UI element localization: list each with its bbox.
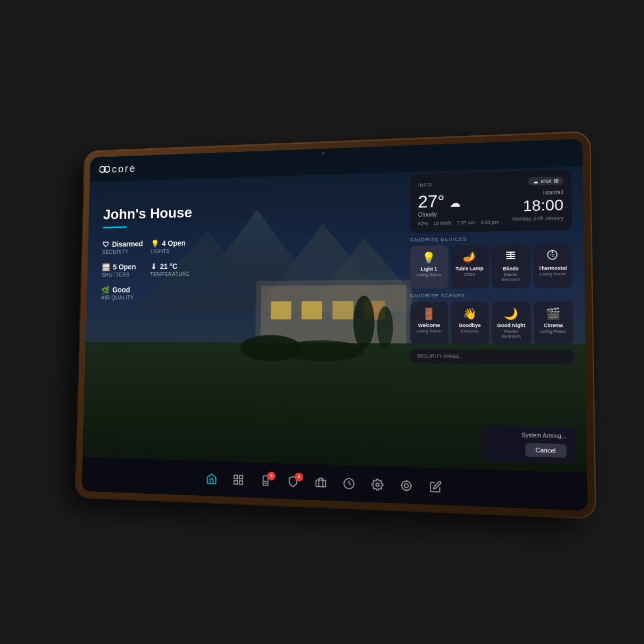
nav-media[interactable]: [315, 476, 327, 488]
svg-rect-7: [271, 301, 291, 319]
status-temperature: 🌡 21 °C TEMPERATURE: [150, 262, 192, 277]
info-label: INFO: [418, 182, 432, 188]
scenes-section-title: FAVORITE SCENES: [411, 292, 573, 298]
device-table-lamp[interactable]: 🪔 Table Lamp Office: [450, 245, 488, 289]
nav-security[interactable]: 2: [287, 475, 299, 488]
tablet-inner: core John's House 🛡 Disarmed SECURITY: [82, 139, 588, 511]
air-value: Good: [112, 286, 130, 294]
nav-home[interactable]: [206, 472, 217, 485]
weather-right: Istanbul 18:00 Monday, 27th January: [513, 189, 564, 222]
air-label: AIR QUALITY: [101, 295, 142, 301]
nav-grid[interactable]: [232, 473, 244, 486]
device-thermostat[interactable]: °C Thermostat Living Room: [533, 243, 573, 288]
home-icon: [206, 472, 217, 485]
nav-settings[interactable]: [371, 478, 384, 491]
air-icon: 🌿: [101, 286, 110, 294]
house-title: John's House: [103, 204, 193, 223]
shutters-value: 5 Open: [113, 262, 136, 271]
scene-welcome[interactable]: 🚪 Welcome Living Room: [411, 302, 448, 345]
status-security: 🛡 Disarmed SECURITY: [102, 240, 143, 255]
device-light1[interactable]: 💡 Light 1 Living Room: [411, 245, 448, 289]
scene-goodnight[interactable]: 🌙 Good Night Master Bedroom: [492, 301, 531, 345]
humidity-value: 82%: [418, 221, 428, 226]
device-blinds[interactable]: Blinds Master Bedroom: [491, 244, 530, 288]
nav-remote[interactable]: 3: [260, 474, 272, 487]
nav-edit[interactable]: [429, 480, 442, 493]
shutters-icon: 🪟: [102, 263, 111, 271]
svg-text:°C: °C: [550, 253, 555, 258]
devices-grid: 💡 Light 1 Living Room 🪔 Table Lamp Offic…: [411, 243, 573, 289]
scene-goodbye[interactable]: 👋 Goodbye Entrance: [451, 302, 489, 345]
svg-point-13: [377, 306, 393, 348]
clock-icon: [343, 477, 355, 489]
table-lamp-icon: 🪔: [454, 250, 485, 264]
device-blinds-name: Blinds: [495, 266, 526, 272]
logo: core: [99, 163, 136, 175]
arming-status-text: System Arming...: [489, 431, 566, 440]
scene-goodbye-name: Goodbye: [454, 323, 486, 328]
system-arming-panel: System Arming... Cancel: [481, 426, 575, 464]
security-badge: 2: [295, 472, 303, 481]
status-lights: 💡 4 Open LIGHTS: [150, 239, 192, 254]
device-thermostat-name: Thermostat: [537, 265, 569, 272]
tablet-frame: core John's House 🛡 Disarmed SECURITY: [76, 132, 595, 518]
scene-goodnight-room: Master Bedroom: [495, 328, 528, 339]
temp-value-weather: 27°: [418, 191, 445, 211]
cloud-icon: ☁: [533, 179, 539, 185]
thermostat-icon: °C: [536, 249, 569, 264]
security-value: Disarmed: [112, 240, 143, 248]
device-lamp-room: Office: [454, 272, 485, 277]
media-icon: [315, 476, 327, 488]
weather-left: 27° ☁ Cloudy 82% 18 km/h 7:37 am 8:20 pm: [418, 191, 499, 226]
scene-welcome-room: Living Room: [414, 328, 445, 334]
svg-rect-28: [234, 480, 237, 484]
security-label: SECURITY: [102, 249, 143, 255]
info-card: INFO ☁ KNX ⊞ 27° ☁ Cl: [411, 170, 572, 233]
temperature-display: 27° ☁: [418, 191, 499, 210]
favorite-devices-section: FAVORITE DEVICES 💡 Light 1 Living Room 🪔…: [411, 235, 573, 289]
device-blinds-room: Master Bedroom: [495, 272, 527, 282]
svg-rect-22: [510, 252, 511, 259]
time-display: 18:00: [513, 197, 564, 214]
svg-rect-26: [234, 475, 237, 479]
device-light1-name: Light 1: [414, 266, 444, 273]
wind-value: 18 km/h: [434, 221, 451, 226]
status-grid: 🛡 Disarmed SECURITY 💡 4 Open LIGHTS: [101, 239, 192, 301]
temp-label: TEMPERATURE: [150, 271, 192, 277]
goodbye-icon: 👋: [454, 307, 486, 320]
device-light1-room: Living Room: [414, 272, 444, 277]
right-panel: INFO ☁ KNX ⊞ 27° ☁ Cl: [411, 170, 574, 364]
blinds-icon: [495, 250, 526, 264]
thermostat-svg: °C: [547, 249, 559, 260]
scene-cinema[interactable]: 🎬 Cinema Living Room: [533, 301, 574, 345]
scenes-grid: 🚪 Welcome Living Room 👋 Goodbye Entrance…: [411, 301, 574, 345]
devices-section-title: FAVORITE DEVICES: [411, 235, 572, 243]
device-thermostat-room: Living Room: [537, 271, 569, 277]
svg-rect-29: [239, 480, 243, 484]
svg-rect-9: [332, 301, 353, 319]
scene-cinema-name: Cinema: [537, 323, 570, 328]
welcome-icon: 🚪: [414, 307, 445, 320]
svg-rect-8: [302, 301, 323, 319]
shutters-label: SHUTTERS: [101, 272, 142, 277]
nav-scenes[interactable]: [400, 479, 413, 492]
status-shutters: 🪟 5 Open SHUTTERS: [101, 262, 142, 277]
remote-badge: 3: [267, 471, 276, 480]
edit-icon: [429, 480, 442, 493]
left-panel: John's House 🛡 Disarmed SECURITY: [101, 204, 193, 301]
sunrise-value: 7:37 am: [457, 220, 475, 226]
svg-rect-34: [316, 480, 326, 487]
weather-details: 82% 18 km/h 7:37 am 8:20 pm: [418, 219, 499, 226]
scene-goodbye-room: Entrance: [454, 328, 486, 334]
cancel-arming-button[interactable]: Cancel: [525, 443, 567, 458]
nav-clock[interactable]: [343, 477, 355, 489]
svg-point-36: [376, 483, 379, 486]
scene-goodnight-name: Good Night: [495, 323, 528, 328]
weather-cloud-icon: ☁: [450, 197, 461, 209]
settings-icon: [371, 478, 384, 491]
knx-text: KNX: [541, 178, 552, 184]
grid-icon: [232, 473, 244, 486]
knx-badge: ☁ KNX ⊞: [529, 177, 563, 186]
grid-icon-small: ⊞: [554, 178, 559, 184]
cinema-icon: 🎬: [537, 307, 569, 320]
